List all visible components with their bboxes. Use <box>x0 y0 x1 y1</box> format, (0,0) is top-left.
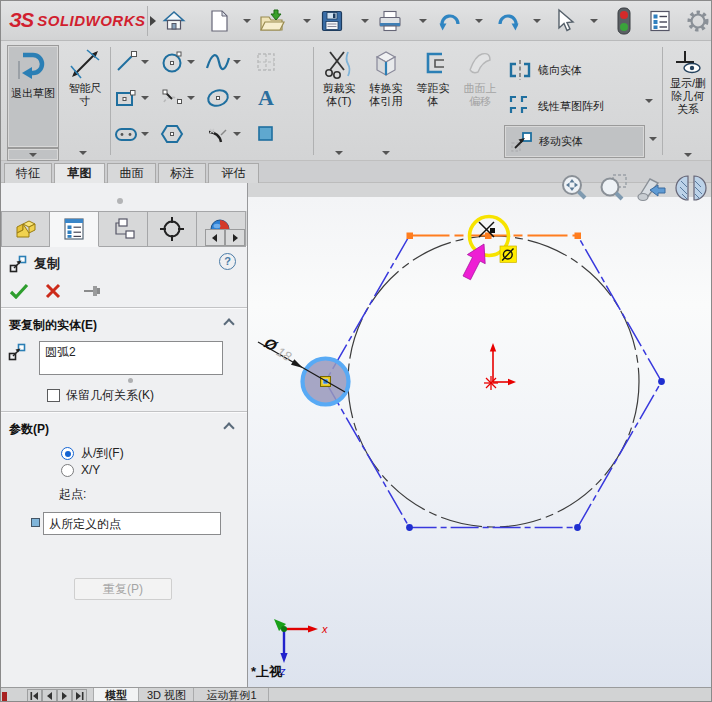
sketch-origin[interactable] <box>484 343 516 390</box>
last-tab-button[interactable] <box>72 689 87 702</box>
help-button[interactable]: ? <box>219 253 236 270</box>
circle-tool-button[interactable] <box>159 49 185 75</box>
tab-motion-study[interactable]: 运动算例1 <box>195 688 269 702</box>
redo-button[interactable] <box>493 5 523 37</box>
scroll-right-button[interactable] <box>225 229 245 246</box>
smart-dimension-dropdown[interactable] <box>79 151 87 155</box>
fillet-tool-button[interactable] <box>205 121 231 147</box>
panel-splitter-handle[interactable] <box>117 198 123 204</box>
open-dropdown[interactable] <box>301 5 313 37</box>
section-view-button[interactable] <box>674 171 708 204</box>
select-button[interactable] <box>549 5 579 37</box>
cancel-button[interactable] <box>45 283 61 299</box>
home-button[interactable] <box>159 5 189 37</box>
circle-tool-dropdown[interactable] <box>186 49 196 75</box>
pin-button[interactable] <box>83 284 103 298</box>
tab-featuremanager-tree[interactable] <box>1 211 50 247</box>
entities-selection-listbox[interactable]: 圆弧2 <box>39 341 223 375</box>
spline-tool-button[interactable] <box>205 49 231 75</box>
tab-surfaces[interactable]: 曲面 <box>107 163 156 183</box>
from-to-radio-row[interactable]: 从/到(F) <box>61 445 124 462</box>
options-list-button[interactable] <box>645 5 675 37</box>
text-tool-button[interactable]: A <box>253 85 279 111</box>
exit-sketch-dropdown[interactable] <box>7 148 59 161</box>
first-tab-button[interactable] <box>27 689 42 702</box>
move-entities-dropdown[interactable] <box>649 137 657 141</box>
tab-dimxpert-manager[interactable] <box>148 211 197 247</box>
hexagon-vertex-right[interactable] <box>658 378 665 385</box>
undo-dropdown[interactable] <box>473 5 485 37</box>
repeat-button[interactable]: 重复(P) <box>74 578 172 600</box>
keep-relations-row[interactable]: 保留几何关系(K) <box>47 387 154 404</box>
ok-button[interactable] <box>9 283 29 299</box>
ellipse-tool-button[interactable] <box>205 85 231 111</box>
tab-markup[interactable]: 标注 <box>158 163 206 183</box>
line-tool-button[interactable] <box>113 49 139 75</box>
tab-3d-views[interactable]: 3D 视图 <box>140 688 194 702</box>
parameters-section-header[interactable]: 参数(P) <box>9 421 49 438</box>
rectangle-tool-dropdown[interactable] <box>140 85 150 111</box>
slot-tool-dropdown[interactable] <box>140 121 150 147</box>
smart-dimension-button[interactable]: 智能尺寸 <box>63 45 107 148</box>
zoom-to-area-button[interactable] <box>596 171 630 204</box>
rebuild-button[interactable] <box>609 5 639 37</box>
arc-tool-dropdown[interactable] <box>186 85 196 111</box>
select-dropdown[interactable] <box>588 5 600 37</box>
move-entities-button[interactable]: 移动实体 <box>504 125 645 158</box>
entities-collapse-chevron[interactable] <box>223 318 234 329</box>
listbox-resize-handle[interactable] <box>128 378 133 383</box>
menu-expand-icon[interactable] <box>150 16 156 26</box>
fillet-tool-dropdown[interactable] <box>232 121 242 147</box>
display-delete-relations-button[interactable]: 显示/删除几何关系 <box>665 45 711 116</box>
linear-sketch-pattern-button[interactable]: 线性草图阵列 <box>507 91 659 121</box>
spline-tool-dropdown[interactable] <box>232 49 242 75</box>
graphics-viewport[interactable]: Ø 18 x <box>248 197 712 687</box>
entities-section-header[interactable]: 要复制的实体(E) <box>9 317 97 334</box>
from-to-radio[interactable] <box>61 447 74 460</box>
selected-entity-item[interactable]: 圆弧2 <box>45 344 217 361</box>
new-document-dropdown[interactable] <box>241 5 253 37</box>
print-dropdown[interactable] <box>417 5 429 37</box>
sketch-canvas[interactable]: Ø 18 x <box>248 197 712 687</box>
dimension-text[interactable]: Ø 18 <box>261 334 296 365</box>
polygon-tool-button[interactable] <box>159 121 185 147</box>
settings-button[interactable] <box>683 5 712 37</box>
scroll-left-button[interactable] <box>205 229 225 246</box>
linear-pattern-dropdown[interactable] <box>645 99 653 103</box>
exit-sketch-button[interactable]: 退出草图 <box>7 45 59 148</box>
display-relations-dropdown[interactable] <box>684 153 692 157</box>
sketch-picture-button[interactable] <box>253 49 279 75</box>
tab-configuration-manager[interactable] <box>99 211 148 247</box>
zoom-to-fit-button[interactable] <box>557 171 591 204</box>
tab-evaluate[interactable]: 评估 <box>208 163 259 183</box>
shaded-sketch-contours-button[interactable] <box>253 121 279 147</box>
tab-features[interactable]: 特征 <box>4 163 52 183</box>
redo-dropdown[interactable] <box>531 5 543 37</box>
parameters-collapse-chevron[interactable] <box>223 422 234 433</box>
previous-tab-button[interactable] <box>42 689 57 702</box>
edge-endpoint-right[interactable] <box>575 233 582 240</box>
mirror-entities-button[interactable]: 镜向实体 <box>507 55 659 85</box>
keep-relations-checkbox[interactable] <box>47 389 60 402</box>
solidworks-logo[interactable]: ЗS SOLIDWORKS <box>9 9 156 32</box>
open-button[interactable] <box>257 5 287 37</box>
trim-entities-dropdown[interactable] <box>335 151 343 155</box>
tab-model[interactable]: 模型 <box>93 688 139 702</box>
hexagon-vertex-bottom-left[interactable] <box>406 524 413 531</box>
new-document-button[interactable] <box>204 5 234 37</box>
rectangle-tool-button[interactable] <box>113 85 139 111</box>
line-tool-dropdown[interactable] <box>140 49 150 75</box>
offset-entities-button[interactable]: 等距实体 <box>411 45 455 108</box>
convert-entities-dropdown[interactable] <box>382 151 390 155</box>
save-dropdown[interactable] <box>359 5 371 37</box>
slot-tool-button[interactable] <box>113 121 139 147</box>
tab-property-manager[interactable] <box>50 211 99 247</box>
convert-entities-button[interactable]: 转换实体引用 <box>363 45 409 108</box>
ellipse-tool-dropdown[interactable] <box>232 85 242 111</box>
trim-entities-button[interactable]: 剪裁实体(T) <box>317 45 361 108</box>
arc-tool-button[interactable] <box>159 85 185 111</box>
print-button[interactable] <box>375 5 405 37</box>
tab-sketch[interactable]: 草图 <box>54 163 105 183</box>
xy-radio[interactable] <box>61 464 74 477</box>
next-tab-button[interactable] <box>57 689 72 702</box>
